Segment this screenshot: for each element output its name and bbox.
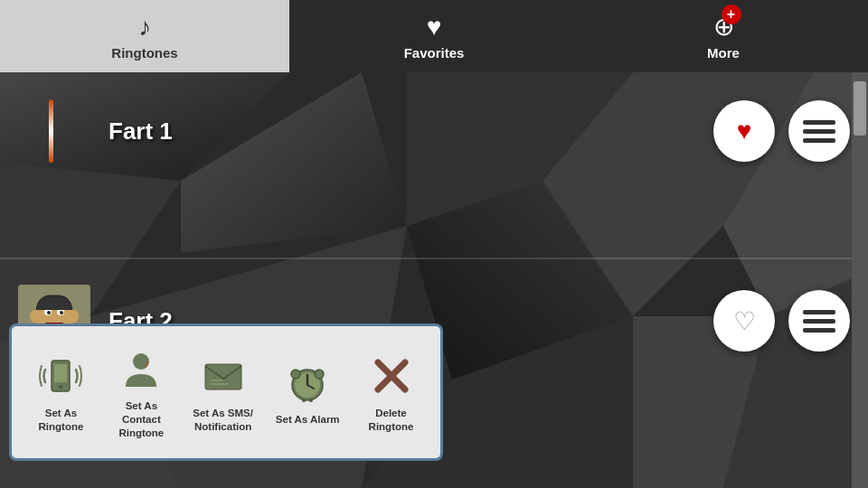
fart1-like-button[interactable]: ♥	[713, 100, 775, 162]
ringtones-icon: ♪	[138, 13, 151, 42]
set-alarm-option[interactable]: Set As Alarm	[269, 353, 347, 431]
menu-line-1	[803, 120, 835, 125]
song-row-fart1: Fart 1 ♥	[0, 72, 868, 190]
svg-point-35	[315, 370, 324, 379]
fart2-heart-icon: ♡	[733, 306, 756, 336]
plus-badge: +	[722, 5, 741, 24]
svg-point-34	[291, 370, 300, 379]
menu-line-4	[803, 310, 835, 314]
set-ringtone-label: Set AsRingtone	[39, 407, 84, 434]
set-sms-option[interactable]: Set As SMS/Notification	[185, 347, 260, 438]
set-ringtone-icon	[36, 352, 86, 401]
menu-line-5	[803, 319, 835, 324]
fart1-menu-button[interactable]	[788, 100, 850, 162]
svg-point-17	[47, 311, 51, 314]
fart1-actions: ♥	[713, 100, 850, 162]
fart1-menu-icon	[788, 100, 850, 162]
favorites-label: Favorites	[404, 45, 465, 61]
svg-rect-36	[302, 399, 306, 402]
scrollbar-thumb	[854, 81, 866, 136]
set-alarm-label: Set As Alarm	[276, 413, 340, 427]
waveform-icon	[49, 95, 60, 167]
svg-point-18	[60, 311, 63, 314]
favorites-icon: ♥	[427, 13, 442, 42]
set-alarm-icon	[283, 358, 333, 408]
fart2-like-button[interactable]: ♡	[713, 290, 775, 352]
fart2-menu-button[interactable]	[788, 290, 850, 352]
songs-divider	[0, 258, 868, 259]
tab-more[interactable]: ⊕ + More	[579, 0, 868, 72]
svg-rect-37	[309, 399, 313, 402]
delete-option[interactable]: DeleteRingtone	[355, 347, 428, 438]
svg-point-24	[59, 385, 62, 389]
menu-line-6	[803, 328, 835, 333]
tab-bar: ♪ Ringtones ♥ Favorites ⊕ + More	[0, 0, 868, 72]
set-contact-ringtone-label: Set AsContactRingtone	[118, 399, 164, 440]
context-menu: Set AsRingtone ♪ Set AsContactRingtone	[9, 324, 443, 461]
menu-line-2	[803, 129, 835, 134]
tab-favorites[interactable]: ♥ Favorites	[289, 0, 579, 72]
delete-icon	[366, 352, 416, 401]
scrollbar[interactable]	[852, 72, 868, 488]
set-sms-icon	[198, 352, 248, 401]
set-contact-icon: ♪	[117, 344, 166, 394]
svg-text:♪: ♪	[144, 357, 149, 370]
more-icon-container: ⊕ +	[713, 12, 734, 42]
tab-ringtones[interactable]: ♪ Ringtones	[0, 0, 289, 72]
fart2-actions: ♡	[713, 290, 850, 352]
ringtones-label: Ringtones	[111, 45, 177, 61]
fart2-menu-icon	[788, 290, 850, 352]
delete-label: DeleteRingtone	[369, 407, 414, 434]
set-contact-ringtone-option[interactable]: ♪ Set AsContactRingtone	[105, 340, 177, 445]
set-sms-label: Set As SMS/Notification	[193, 407, 253, 434]
menu-line-3	[803, 138, 835, 143]
set-ringtone-option[interactable]: Set AsRingtone	[24, 347, 97, 438]
fart1-thumbnail	[18, 95, 90, 167]
svg-point-20	[70, 310, 79, 323]
svg-rect-23	[54, 364, 67, 382]
svg-rect-27	[205, 364, 241, 389]
fart1-heart-icon: ♥	[737, 117, 752, 145]
fart1-title: Fart 1	[108, 117, 695, 145]
more-label: More	[707, 45, 740, 61]
svg-point-19	[30, 310, 39, 323]
